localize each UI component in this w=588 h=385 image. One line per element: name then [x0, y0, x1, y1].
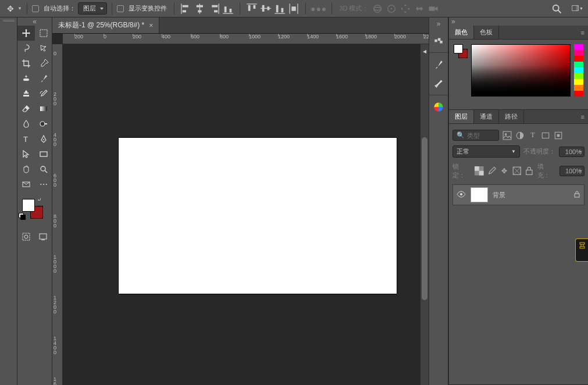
3d-camera-icon[interactable]	[427, 3, 439, 15]
svg-rect-35	[23, 79, 29, 81]
layer-thumbnail[interactable]	[471, 187, 488, 202]
align-vertical-centers-icon[interactable]	[260, 3, 272, 15]
history-panel-icon[interactable]	[430, 33, 447, 49]
visibility-toggle-icon[interactable]	[457, 191, 466, 199]
color-fg-bg-swatch[interactable]	[454, 44, 468, 58]
history-brush-tool[interactable]	[35, 86, 52, 101]
quick-select-tool[interactable]	[35, 41, 52, 56]
svg-rect-37	[26, 75, 27, 78]
move-tool-indicator-icon[interactable]: ✥	[5, 3, 16, 15]
lock-transparency-icon[interactable]	[475, 166, 484, 176]
rectangle-tool[interactable]	[35, 147, 52, 162]
brush-tool[interactable]	[35, 71, 52, 86]
default-colors-icon[interactable]	[19, 213, 24, 219]
dodge-tool[interactable]	[35, 116, 52, 131]
eyedropper-tool[interactable]	[35, 56, 52, 71]
swatches-tab[interactable]: 色板	[474, 26, 499, 39]
horizontal-ruler[interactable]: 2000200400600800100012001400160018002000…	[63, 34, 429, 44]
svg-rect-5	[198, 10, 201, 12]
hand-tool[interactable]	[17, 162, 35, 177]
color-field[interactable]	[471, 44, 571, 97]
color-panel-menu-icon[interactable]: ≡	[578, 26, 588, 39]
foreground-background-swatch[interactable]: ⤾	[17, 197, 52, 226]
auto-select-checkbox[interactable]	[32, 5, 39, 12]
zoom-tool[interactable]	[35, 162, 52, 177]
layer-filter-input[interactable]	[467, 132, 495, 139]
pen-tool[interactable]	[35, 131, 52, 147]
lasso-tool[interactable]	[17, 41, 35, 56]
canvas-viewport[interactable]: ◀	[63, 44, 429, 385]
more-options-icon[interactable]: ●●●	[311, 4, 327, 13]
3d-orbit-icon[interactable]	[372, 3, 383, 15]
close-tab-icon[interactable]: ×	[149, 22, 153, 30]
workspace-switcher-icon[interactable]: ▼	[572, 3, 583, 15]
brush-panel-icon[interactable]	[430, 75, 447, 91]
screen-mode[interactable]	[35, 229, 52, 244]
toolbox-drag-handle[interactable]	[0, 17, 17, 385]
3d-pan-icon[interactable]	[400, 3, 411, 15]
color-panel-group: 颜色 色板 ≡	[449, 26, 588, 110]
align-top-edges-icon[interactable]	[246, 3, 258, 15]
clone-stamp-tool[interactable]	[17, 86, 35, 101]
layers-panel-menu-icon[interactable]: ≡	[578, 110, 588, 123]
marquee-tool[interactable]	[35, 26, 52, 41]
envelope-tool[interactable]	[17, 177, 35, 192]
floating-timer-widget[interactable]	[575, 238, 588, 262]
brush-settings-panel-icon[interactable]	[430, 56, 447, 73]
align-right-edges-icon[interactable]	[208, 3, 220, 15]
blend-mode-dropdown[interactable]: 正常▼	[452, 145, 520, 158]
align-horizontal-centers-icon[interactable]	[194, 3, 206, 15]
expand-panels-icon[interactable]: ◀	[423, 49, 426, 54]
color-tab[interactable]: 颜色	[449, 26, 474, 39]
opacity-value[interactable]: 100%	[559, 147, 585, 157]
distribute-vertical-icon[interactable]	[288, 3, 300, 15]
layer-filter-dropdown[interactable]: 🔍	[452, 130, 499, 141]
layers-tab[interactable]: 图层	[449, 110, 474, 123]
filter-adjust-icon[interactable]	[515, 131, 525, 140]
search-icon[interactable]	[551, 3, 562, 15]
swap-colors-icon[interactable]: ⤾	[37, 197, 42, 202]
filter-type-icon[interactable]: T	[528, 131, 537, 140]
document-tab[interactable]: 未标题-1 @ 25%(RGB/8#) * ×	[52, 17, 159, 33]
canvas[interactable]	[118, 137, 397, 294]
svg-rect-56	[503, 131, 511, 140]
foreground-color-swatch[interactable]	[22, 199, 35, 212]
color-wheel-panel-icon[interactable]	[430, 99, 447, 115]
lock-all-icon[interactable]	[525, 166, 534, 176]
scrollbar-thumb[interactable]	[422, 137, 427, 300]
svg-point-25	[374, 7, 382, 10]
collapse-dock-icon[interactable]: »	[437, 20, 441, 28]
layer-name[interactable]: 背景	[493, 191, 505, 199]
vertical-ruler[interactable]: 02004006008001000120014001600	[52, 44, 63, 385]
align-left-edges-icon[interactable]	[180, 3, 192, 15]
paths-tab[interactable]: 路径	[499, 110, 524, 123]
fill-value[interactable]: 100%	[560, 166, 585, 176]
filter-smart-icon[interactable]	[554, 131, 563, 140]
filter-shape-icon[interactable]	[541, 131, 550, 140]
filter-image-icon[interactable]	[503, 131, 512, 140]
align-bottom-icon[interactable]	[222, 3, 234, 15]
blur-tool[interactable]	[17, 116, 35, 131]
lock-artboard-icon[interactable]	[512, 166, 522, 176]
align-bottom-edges-icon[interactable]	[274, 3, 286, 15]
layer-locked-icon[interactable]	[573, 191, 580, 199]
gradient-tool[interactable]	[35, 101, 52, 116]
lock-position-icon[interactable]: ✥	[500, 166, 509, 176]
lock-paint-icon[interactable]	[487, 166, 497, 176]
3d-slide-icon[interactable]	[414, 3, 425, 15]
path-select-tool[interactable]	[17, 147, 35, 162]
show-transform-checkbox[interactable]	[117, 5, 124, 12]
vertical-scrollbar[interactable]: ◀	[420, 44, 429, 385]
hue-strip[interactable]	[574, 44, 583, 97]
layer-item-background[interactable]: 背景	[452, 184, 585, 205]
eraser-tool[interactable]	[17, 101, 35, 116]
more-tools-icon[interactable]: ⋯	[35, 177, 52, 192]
channels-tab[interactable]: 通道	[474, 110, 499, 123]
quick-mask-mode[interactable]	[17, 229, 35, 244]
auto-select-target-dropdown[interactable]: 图层	[78, 2, 107, 15]
move-tool[interactable]	[17, 26, 35, 41]
3d-roll-icon[interactable]	[386, 3, 397, 15]
type-tool[interactable]: T	[17, 131, 35, 147]
crop-tool[interactable]	[17, 56, 35, 71]
healing-brush-tool[interactable]	[17, 71, 35, 86]
